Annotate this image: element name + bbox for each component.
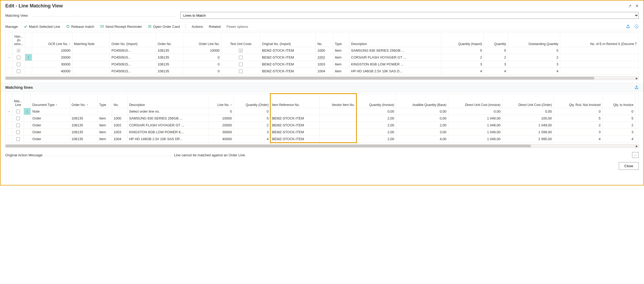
bottom-scrollbar[interactable]: ▶ — [5, 144, 639, 148]
bottom-bar: Close — [1, 159, 643, 174]
send-reminder-label: Send Receipt Reminder — [106, 25, 142, 29]
top-grid: Han...(in sess... OCR Line No. ↑ Matchin… — [5, 33, 639, 75]
actions-button[interactable]: Actions — [192, 25, 203, 29]
mat-line-checkbox[interactable] — [16, 110, 20, 113]
mat-line-checkbox[interactable] — [16, 130, 20, 134]
original-action-message-value: Line cannot be matched against an Order … — [174, 153, 630, 157]
handled-checkbox[interactable] — [17, 56, 20, 59]
col-outstanding-qty[interactable]: Outstanding Quantity — [508, 33, 560, 47]
table-row[interactable]: → ⋮ 20000 PO450915... 106135 0 BEMZ-STOC… — [6, 54, 639, 61]
matching-view-row: Matching View Lines to Match — [1, 11, 643, 22]
test-unit-checkbox[interactable] — [239, 63, 243, 66]
table-row[interactable]: Order 106135 Item 1002 CORSAIR FLASH VOY… — [6, 122, 639, 129]
col-test-unit-costs[interactable]: Test Unit Costs — [221, 33, 260, 47]
close-icon[interactable]: ✕ — [635, 3, 639, 8]
top-scrollbar[interactable]: ▶ — [5, 76, 639, 80]
col-qty-to-invoice[interactable]: Qty. to Invoice — [602, 94, 635, 108]
main-window: Edit - Line Matching View ↗ ✕ Matching V… — [0, 0, 644, 185]
table-row[interactable]: 10000 PO450915... 106135 10000 BEMZ-STOC… — [6, 47, 639, 54]
handled-checkbox[interactable] — [17, 69, 20, 73]
matching-view-label: Matching View — [5, 14, 28, 17]
table-row[interactable]: Order 106135 Item 1000 SAMSUNG 830 SERIE… — [6, 115, 639, 122]
row-menu-button[interactable] — [24, 115, 31, 122]
card-icon — [148, 25, 152, 28]
col-mat-line[interactable]: Mat... Line — [12, 94, 24, 108]
matching-view-select[interactable]: Lines to Match — [180, 12, 639, 19]
handled-checkbox[interactable] — [17, 63, 20, 66]
info-icon[interactable] — [634, 24, 639, 29]
bottom-grid: Mat... Line Document Type ↑ Order No. ↑ … — [5, 94, 639, 143]
row-menu-button[interactable] — [25, 61, 32, 68]
col-ocr-line[interactable]: OCR Line No. ↑ — [32, 33, 72, 47]
mat-line-checkbox[interactable] — [16, 123, 20, 127]
col-description[interactable]: Description — [349, 33, 441, 47]
more-button[interactable]: ··· — [632, 152, 639, 158]
col-email-reminders[interactable]: No. of E-m Remind S (Docume T — [560, 33, 638, 47]
table-row[interactable]: 30000 PO450915... 106135 0 BEMZ-STOCK-IT… — [6, 61, 639, 68]
col-description[interactable]: Description — [127, 94, 209, 108]
close-button[interactable]: Close — [619, 162, 639, 170]
col-no[interactable]: No. — [316, 33, 333, 47]
share-icon-section[interactable] — [634, 85, 639, 90]
col-qty-invoice[interactable]: Quantity (Invoice) — [356, 94, 396, 108]
col-vendor-item-no[interactable]: Vendor Item No. — [319, 94, 356, 108]
test-unit-checkbox[interactable] — [239, 49, 243, 52]
release-icon — [66, 25, 70, 28]
share-icon[interactable] — [626, 24, 630, 29]
mat-line-checkbox[interactable] — [16, 117, 20, 120]
col-qty-import[interactable]: Quantity (Import) — [441, 33, 484, 47]
col-type[interactable]: Type — [333, 33, 349, 47]
col-duc-invoice[interactable]: Direct Unit Cost (Invoice) — [448, 94, 502, 108]
col-matching-note[interactable]: Matching Note — [72, 33, 110, 47]
row-menu-button[interactable] — [25, 47, 32, 54]
row-menu-button[interactable] — [24, 136, 31, 143]
fewer-options-button[interactable]: Fewer options — [226, 25, 248, 29]
test-unit-checkbox[interactable] — [239, 69, 243, 73]
col-no[interactable]: No. — [112, 94, 127, 108]
col-qty-order[interactable]: Quantity (Order) — [234, 94, 270, 108]
table-row[interactable]: Order 106135 Item 1003 KINGSTON 8GB LOW … — [6, 129, 639, 136]
table-row[interactable]: 40000 PO450915... 106135 0 BEMZ-STOCK-IT… — [6, 68, 639, 75]
open-order-card-button[interactable]: Open Order Card — [148, 25, 180, 29]
mat-line-checkbox[interactable] — [16, 137, 20, 141]
toolbar: Manage Match Selected Line Release match… — [1, 22, 643, 31]
col-order-line-no[interactable]: Order Line No. — [183, 33, 221, 47]
row-menu-button[interactable] — [25, 68, 32, 75]
table-row[interactable]: → ⋮ Note Select order line no. 0 0 0,00 … — [6, 108, 639, 115]
col-line-no[interactable]: Line No. ↑ — [209, 94, 234, 108]
col-doc-type[interactable]: Document Type ↑ — [31, 94, 70, 108]
col-qty-rcd[interactable]: Qty. Rcd. Not Invoiced — [554, 94, 602, 108]
col-original-no-import[interactable]: Original No. (Import) — [260, 33, 316, 47]
col-quantity[interactable]: Quantity — [484, 33, 508, 47]
matching-lines-title: Matching lines — [5, 85, 33, 90]
expand-icon[interactable]: ↗ — [628, 3, 632, 8]
col-order-no-import[interactable]: Order No. (Import) — [110, 33, 156, 47]
row-menu-button[interactable] — [24, 122, 31, 129]
col-avail-qty[interactable]: Availble Quantity (Base) — [396, 94, 448, 108]
test-unit-checkbox[interactable] — [239, 56, 243, 59]
send-receipt-reminder-button[interactable]: Send Receipt Reminder — [100, 25, 142, 29]
col-duc-order[interactable]: Direct Unit Cost (Order) — [502, 94, 554, 108]
row-menu-button[interactable]: ⋮ — [25, 54, 32, 61]
col-handled[interactable]: Han...(in sess... — [12, 33, 25, 47]
open-order-card-label: Open Order Card — [153, 25, 180, 29]
bottom-grid-wrap: Mat... Line Document Type ↑ Order No. ↑ … — [1, 94, 643, 148]
col-order-no[interactable]: Order No. ↑ — [70, 94, 97, 108]
top-grid-wrap: Han...(in sess... OCR Line No. ↑ Matchin… — [1, 33, 643, 80]
col-item-reference-no[interactable]: Item Reference No. — [270, 94, 320, 108]
col-order-no[interactable]: Order No. — [156, 33, 183, 47]
mail-icon — [100, 25, 104, 28]
related-button[interactable]: Related — [209, 25, 221, 29]
release-match-button[interactable]: Release match — [66, 25, 94, 29]
match-selected-line-button[interactable]: Match Selected Line — [24, 25, 60, 29]
page-title: Edit - Line Matching View — [5, 3, 63, 9]
release-match-label: Release match — [71, 25, 94, 29]
manage-button[interactable]: Manage — [5, 25, 18, 29]
table-row[interactable]: Order 106135 Item 1004 HP HD 146GB 2.5# … — [6, 136, 639, 143]
handled-checkbox[interactable] — [17, 49, 20, 52]
col-type[interactable]: Type — [98, 94, 112, 108]
titlebar: Edit - Line Matching View ↗ ✕ — [1, 1, 643, 11]
svg-rect-2 — [148, 25, 151, 28]
row-menu-button[interactable]: ⋮ — [24, 108, 31, 115]
row-menu-button[interactable] — [24, 129, 31, 136]
